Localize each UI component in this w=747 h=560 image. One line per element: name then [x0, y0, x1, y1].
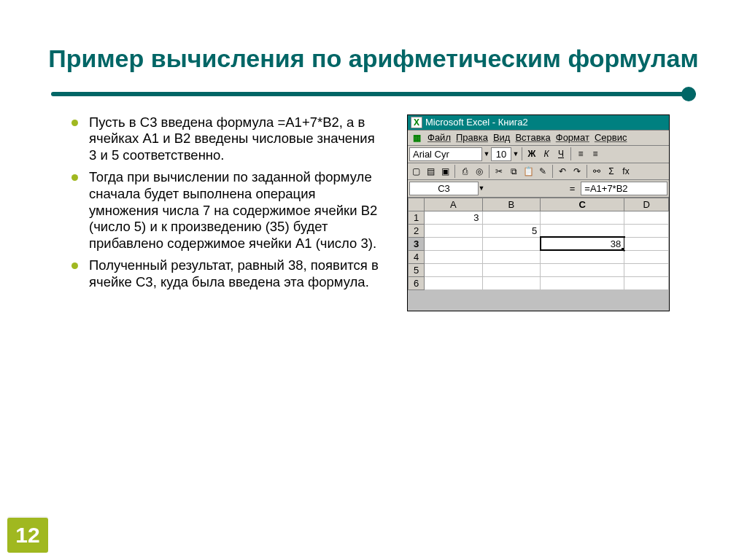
separator: [489, 165, 489, 178]
equals-label: =: [564, 183, 581, 194]
cell[interactable]: [541, 224, 624, 237]
link-icon[interactable]: ⚯: [590, 165, 603, 178]
cell[interactable]: [624, 224, 669, 237]
title-underline: [51, 87, 696, 100]
cell[interactable]: [482, 276, 541, 289]
col-header[interactable]: D: [624, 198, 669, 211]
cell[interactable]: [425, 263, 483, 276]
formula-input[interactable]: =A1+7*B2: [581, 182, 667, 195]
col-header[interactable]: C: [541, 198, 624, 211]
cell[interactable]: 3: [425, 211, 483, 224]
redo-icon[interactable]: ↷: [570, 165, 584, 178]
col-header[interactable]: B: [482, 198, 541, 211]
paste-icon[interactable]: 📋: [522, 165, 535, 178]
copy-icon[interactable]: ⧉: [507, 165, 520, 178]
fx-icon[interactable]: fx: [619, 165, 632, 178]
excel-title-text: Microsoft Excel - Книга2: [425, 117, 528, 128]
dropdown-icon[interactable]: ▼: [484, 147, 489, 160]
font-size-select[interactable]: 10: [491, 147, 511, 161]
cell[interactable]: [425, 224, 483, 237]
excel-menubar: ▦ Файл Правка Вид Вставка Формат Сервис: [408, 131, 669, 146]
bullet-list: Пусть в C3 введена формула =А1+7*В2, а в…: [71, 114, 385, 291]
cell[interactable]: [482, 250, 541, 263]
undo-icon[interactable]: ↶: [556, 165, 569, 178]
separator: [552, 165, 553, 178]
menu-format[interactable]: Формат: [556, 132, 589, 143]
cell[interactable]: [624, 276, 669, 289]
underline-bar: [51, 92, 696, 96]
underline-ball: [681, 87, 696, 101]
col-header[interactable]: A: [425, 198, 483, 211]
italic-button[interactable]: К: [540, 147, 553, 160]
save-icon[interactable]: ▣: [438, 165, 452, 178]
menu-insert[interactable]: Вставка: [515, 132, 550, 143]
bullet-item: Пусть в C3 введена формула =А1+7*В2, а в…: [71, 114, 385, 164]
format-toolbar: Arial Cyr ▼ 10 ▼ Ж К Ч ≡ ≡: [408, 146, 669, 163]
excel-titlebar: X Microsoft Excel - Книга2: [408, 115, 669, 131]
excel-screenshot: X Microsoft Excel - Книга2 ▦ Файл Правка…: [407, 114, 670, 311]
format-painter-icon[interactable]: ✎: [536, 165, 549, 178]
page-number: 12: [7, 518, 48, 553]
cell[interactable]: [425, 237, 483, 250]
row-header[interactable]: 3: [409, 237, 425, 250]
content-row: Пусть в C3 введена формула =А1+7*В2, а в…: [0, 100, 747, 311]
open-icon[interactable]: ▤: [424, 165, 437, 178]
cell[interactable]: [541, 276, 624, 289]
cell[interactable]: [482, 211, 541, 224]
preview-icon[interactable]: ◎: [473, 165, 486, 178]
cell[interactable]: [624, 237, 669, 250]
sum-icon[interactable]: Σ: [605, 165, 618, 178]
row-header[interactable]: 4: [409, 250, 425, 263]
dropdown-icon[interactable]: ▼: [479, 182, 484, 195]
bold-button[interactable]: Ж: [525, 147, 538, 160]
cell[interactable]: [482, 263, 541, 276]
separator: [587, 165, 587, 178]
cell[interactable]: [624, 211, 669, 224]
formula-bar: C3 ▼ = =A1+7*B2: [408, 180, 669, 198]
spreadsheet-grid[interactable]: A B C D 1 3 2 5: [408, 198, 669, 290]
cut-icon[interactable]: ✂: [492, 165, 506, 178]
align-center-icon[interactable]: ≡: [589, 147, 602, 160]
bullet-item: Полученный результат, равный 38, появитс…: [71, 257, 385, 290]
name-box[interactable]: C3: [409, 182, 479, 195]
row-header[interactable]: 6: [409, 276, 425, 289]
align-left-icon[interactable]: ≡: [574, 147, 587, 160]
menu-file[interactable]: Файл: [427, 132, 451, 143]
new-icon[interactable]: ▢: [409, 165, 422, 178]
underline-button[interactable]: Ч: [554, 147, 568, 160]
text-column: Пусть в C3 введена формула =А1+7*В2, а в…: [71, 114, 385, 311]
row-header[interactable]: 2: [409, 224, 425, 237]
cell[interactable]: [425, 250, 483, 263]
bullet-item: Тогда при вычислении по заданной формуле…: [71, 169, 385, 252]
grid-table: A B C D 1 3 2 5: [408, 198, 669, 290]
separator: [522, 147, 522, 160]
standard-toolbar: ▢ ▤ ▣ ⎙ ◎ ✂ ⧉ 📋 ✎ ↶ ↷ ⚯ Σ fx: [408, 163, 669, 180]
cell[interactable]: [541, 250, 624, 263]
menu-edit[interactable]: Правка: [456, 132, 488, 143]
separator: [570, 147, 571, 160]
cell[interactable]: [541, 211, 624, 224]
excel-app-icon: X: [411, 117, 422, 128]
cell[interactable]: [482, 237, 541, 250]
cell[interactable]: 5: [482, 224, 541, 237]
cell-selected[interactable]: 38: [541, 237, 624, 250]
font-name-select[interactable]: Arial Cyr: [409, 147, 482, 161]
print-icon[interactable]: ⎙: [458, 165, 471, 178]
row-header[interactable]: 5: [409, 263, 425, 276]
cell[interactable]: [425, 276, 483, 289]
cell[interactable]: [541, 263, 624, 276]
excel-doc-icon: ▦: [411, 132, 422, 144]
row-header[interactable]: 1: [409, 211, 425, 224]
menu-view[interactable]: Вид: [493, 132, 511, 143]
separator: [454, 165, 455, 178]
cell[interactable]: [624, 263, 669, 276]
dropdown-icon[interactable]: ▼: [513, 147, 519, 160]
menu-tools[interactable]: Сервис: [595, 132, 627, 143]
slide-title: Пример вычисления по арифметическим форм…: [0, 0, 747, 74]
corner-cell[interactable]: [409, 198, 425, 211]
cell[interactable]: [624, 250, 669, 263]
